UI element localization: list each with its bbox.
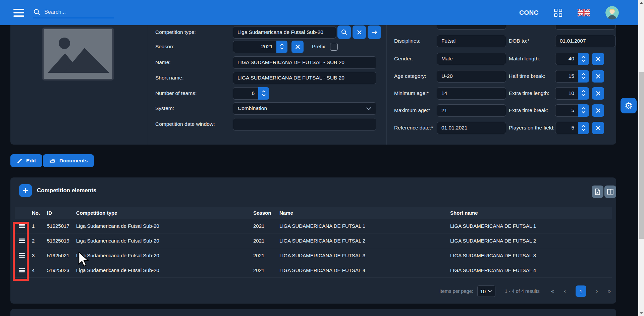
- scroll-down-arrow[interactable]: [638, 310, 644, 316]
- documents-button[interactable]: Documents: [43, 154, 94, 167]
- page-size-value: 10: [480, 288, 486, 294]
- next-page-button[interactable]: ›: [596, 288, 598, 295]
- file-excel-icon: [595, 189, 600, 195]
- extra-time-length-clear-button[interactable]: [592, 87, 604, 100]
- gender-input[interactable]: [437, 53, 506, 65]
- prefix-checkbox[interactable]: [330, 43, 338, 51]
- apps-grid-icon[interactable]: [554, 9, 562, 17]
- page-scrollbar[interactable]: [638, 0, 644, 316]
- search-input[interactable]: [44, 9, 107, 15]
- chevron-down-icon: [582, 59, 585, 62]
- competition-type-search-button[interactable]: [337, 25, 351, 39]
- header-cell-competition-type: Competition type: [76, 210, 253, 216]
- cell-season: 2021: [253, 223, 279, 229]
- cell-name: LIGA SUDAMERICANA DE FUTSAL 3: [279, 253, 450, 258]
- scrollbar-thumb[interactable]: [639, 72, 644, 239]
- edit-button[interactable]: Edit: [10, 154, 42, 167]
- chevron-up-icon: [582, 56, 585, 58]
- dob-to-input[interactable]: [555, 35, 615, 47]
- cell-competition-type: Liga Sudamericana de Futsal Sub-20: [76, 267, 253, 273]
- field-date-window: Competition date window:: [155, 117, 376, 131]
- date-window-input[interactable]: [233, 118, 376, 130]
- scroll-up-arrow[interactable]: [638, 0, 644, 6]
- image-placeholder-icon: [44, 29, 112, 79]
- short-name-input[interactable]: [233, 72, 376, 84]
- half-time-break-stepper[interactable]: [578, 70, 589, 83]
- columns-toggle-button[interactable]: [604, 186, 616, 198]
- system-value: Combination: [238, 105, 267, 111]
- competition-type-input[interactable]: [233, 26, 336, 39]
- page-size-select[interactable]: 10: [477, 285, 495, 297]
- chevron-up-icon: [582, 107, 585, 110]
- next-section-card: [10, 309, 616, 316]
- disciplines-input[interactable]: [437, 35, 506, 47]
- system-select[interactable]: Combination: [233, 102, 376, 115]
- last-page-button[interactable]: »: [608, 288, 611, 295]
- half-time-break-input[interactable]: [555, 70, 578, 83]
- chevron-down-icon: [366, 107, 371, 110]
- first-page-button[interactable]: «: [551, 288, 554, 295]
- season-label: Season:: [155, 44, 233, 50]
- chevron-down-icon: [280, 47, 284, 50]
- extra-time-length-label: Extra time length:: [509, 90, 555, 97]
- add-competition-element-button[interactable]: [19, 184, 32, 197]
- half-time-break-clear-button[interactable]: [592, 70, 604, 83]
- extra-time-length-input[interactable]: [555, 87, 578, 100]
- row-menu-icon[interactable]: [19, 268, 32, 272]
- match-length-input[interactable]: [555, 53, 578, 65]
- field-maximum-age: Maximum age:*: [394, 104, 506, 117]
- maximum-age-input[interactable]: [437, 104, 506, 117]
- number-of-teams-input[interactable]: [233, 87, 258, 100]
- field-players-on-field: Players on the field:: [509, 121, 604, 135]
- field-half-time-break: Half time break:: [509, 69, 604, 83]
- user-avatar[interactable]: [605, 6, 619, 19]
- results-count: 1 - 4 of 4 results: [505, 288, 540, 294]
- row-menu-icon[interactable]: [19, 224, 32, 228]
- match-length-clear-button[interactable]: [592, 53, 604, 65]
- topbar-right: CONC: [519, 6, 619, 19]
- chevron-down-icon: [488, 290, 492, 293]
- export-excel-button[interactable]: [592, 186, 603, 198]
- plus-icon: [22, 188, 29, 194]
- language-flag-icon[interactable]: [578, 9, 590, 16]
- extra-time-length-stepper[interactable]: [578, 87, 589, 100]
- field-age-category: Age category:: [394, 69, 506, 83]
- table-row[interactable]: 4 51925023 Liga Sudamericana de Futsal S…: [15, 263, 612, 278]
- extra-time-break-clear-button[interactable]: [592, 104, 604, 117]
- players-on-field-input[interactable]: [555, 122, 578, 134]
- menu-icon[interactable]: [13, 9, 24, 17]
- maximum-age-label: Maximum age:*: [394, 107, 437, 114]
- minimum-age-input[interactable]: [437, 87, 506, 100]
- field-season: Season: Prefix:: [155, 40, 338, 53]
- name-input[interactable]: [233, 56, 376, 69]
- season-stepper[interactable]: [276, 41, 287, 53]
- extra-time-break-stepper[interactable]: [578, 104, 589, 117]
- season-input[interactable]: [233, 41, 276, 53]
- chevron-up-icon: [582, 90, 585, 93]
- reference-date-input[interactable]: [437, 122, 506, 134]
- players-on-field-clear-button[interactable]: [592, 122, 604, 134]
- avatar-icon: [605, 6, 619, 19]
- players-on-field-stepper[interactable]: [578, 122, 589, 134]
- match-length-stepper[interactable]: [578, 53, 589, 65]
- table-row[interactable]: 1 51925017 Liga Sudamericana de Futsal S…: [15, 219, 612, 233]
- cell-short-name: LIGA SUDAMERICANA DE FUTSAL 1: [450, 223, 612, 229]
- chevron-up-icon: [280, 44, 284, 46]
- previous-page-button[interactable]: ‹: [564, 288, 566, 295]
- folder-open-icon: [49, 158, 56, 163]
- competition-type-go-button[interactable]: [368, 25, 381, 39]
- row-menu-icon[interactable]: [19, 239, 32, 243]
- chevron-down-icon: [582, 128, 585, 131]
- table-row[interactable]: 2 51925019 Liga Sudamericana de Futsal S…: [15, 233, 612, 248]
- competition-type-clear-button[interactable]: [353, 25, 366, 39]
- competition-detail-card: Competition type: Season: Prefix:: [10, 21, 616, 145]
- age-category-input[interactable]: [437, 70, 506, 83]
- global-search[interactable]: [33, 7, 114, 18]
- number-of-teams-stepper[interactable]: [258, 87, 269, 100]
- current-page-button[interactable]: 1: [576, 285, 586, 297]
- row-menu-icon[interactable]: [19, 253, 32, 258]
- settings-fab-button[interactable]: ⚙: [621, 98, 637, 113]
- season-clear-button[interactable]: [291, 41, 304, 53]
- table-row[interactable]: 3 51925021 Liga Sudamericana de Futsal S…: [15, 248, 612, 263]
- extra-time-break-input[interactable]: [555, 104, 578, 117]
